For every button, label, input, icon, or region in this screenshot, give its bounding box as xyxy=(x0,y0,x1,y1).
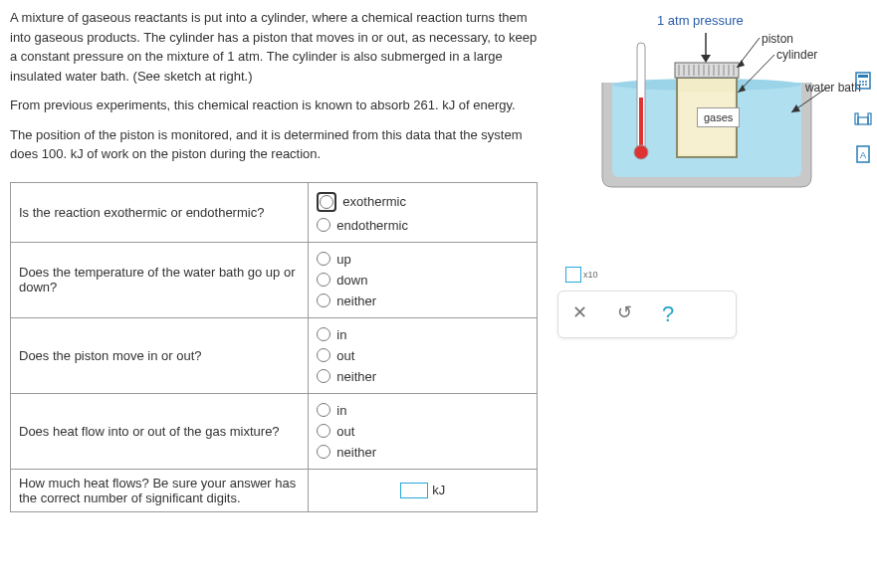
svg-point-20 xyxy=(634,145,648,159)
svg-rect-19 xyxy=(639,98,643,149)
notes-icon[interactable]: A xyxy=(852,143,874,165)
radio-temp-down[interactable] xyxy=(317,273,330,287)
problem-paragraph-3: The position of the piston is monitored,… xyxy=(10,125,548,164)
label-heat-out: out xyxy=(336,424,354,439)
label-piston-in: in xyxy=(336,327,346,342)
side-toolbar: A xyxy=(852,70,874,165)
label-temp-neither: neither xyxy=(336,294,376,308)
svg-point-31 xyxy=(865,81,867,83)
question-heat-amount: How much heat flows? Be sure your answer… xyxy=(11,469,309,511)
cylinder-label: cylinder xyxy=(776,48,817,62)
problem-paragraph-1: A mixture of gaseous reactants is put in… xyxy=(10,8,548,86)
question-heat-flow: Does heat flow into or out of the gas mi… xyxy=(11,393,309,469)
scale-label: x10 xyxy=(583,270,598,280)
label-endothermic: endothermic xyxy=(336,218,408,233)
svg-marker-1 xyxy=(701,55,711,63)
heat-amount-input[interactable] xyxy=(400,483,428,498)
label-heat-in: in xyxy=(336,403,346,418)
label-exothermic: exothermic xyxy=(342,194,406,209)
piston-label: piston xyxy=(762,32,793,46)
control-panel: x10 ✕ ↺ ? xyxy=(557,259,737,338)
close-button[interactable]: ✕ xyxy=(572,301,587,327)
svg-point-33 xyxy=(862,84,864,86)
svg-point-29 xyxy=(859,81,861,83)
svg-point-32 xyxy=(859,84,861,86)
label-heat-neither: neither xyxy=(336,445,376,460)
heat-unit: kJ xyxy=(432,483,445,497)
radio-exothermic-highlight xyxy=(317,192,336,212)
radio-endothermic[interactable] xyxy=(317,218,330,232)
svg-rect-36 xyxy=(858,117,868,124)
radio-temp-neither[interactable] xyxy=(317,294,330,307)
radio-heat-in[interactable] xyxy=(317,403,330,417)
pressure-arrow-icon xyxy=(700,33,712,63)
radio-heat-neither[interactable] xyxy=(317,445,330,459)
radio-temp-up[interactable] xyxy=(317,252,330,266)
label-piston-out: out xyxy=(336,348,354,363)
svg-point-34 xyxy=(865,84,867,86)
label-temp-up: up xyxy=(336,252,350,267)
question-exo-endo: Is the reaction exothermic or endothermi… xyxy=(11,182,309,242)
svg-text:A: A xyxy=(860,150,866,160)
pressure-label: 1 atm pressure xyxy=(657,13,744,28)
radio-heat-out[interactable] xyxy=(317,424,330,438)
svg-rect-37 xyxy=(868,113,871,124)
question-temperature: Does the temperature of the water bath g… xyxy=(11,242,309,317)
problem-paragraph-2: From previous experiments, this chemical… xyxy=(10,96,548,115)
help-button[interactable]: ? xyxy=(662,301,674,327)
label-piston-neither: neither xyxy=(336,369,376,384)
calculator-icon[interactable] xyxy=(852,70,874,92)
radio-piston-out[interactable] xyxy=(317,348,330,362)
label-temp-down: down xyxy=(336,273,367,288)
radio-piston-neither[interactable] xyxy=(317,369,330,383)
problem-statement: A mixture of gaseous reactants is put in… xyxy=(10,8,548,164)
gases-label: gases xyxy=(697,107,740,127)
radio-piston-in[interactable] xyxy=(317,327,330,341)
apparatus-diagram: 1 atm pressure piston cylinder water bat… xyxy=(582,13,841,212)
answer-table: Is the reaction exothermic or endothermi… xyxy=(10,182,538,512)
svg-rect-28 xyxy=(858,75,868,78)
radio-exothermic[interactable] xyxy=(320,195,333,209)
scale-checkbox[interactable] xyxy=(565,267,581,283)
svg-point-30 xyxy=(862,81,864,83)
undo-button[interactable]: ↺ xyxy=(617,301,632,327)
question-piston: Does the piston move in or out? xyxy=(11,317,309,393)
periodic-table-icon[interactable] xyxy=(852,106,874,128)
